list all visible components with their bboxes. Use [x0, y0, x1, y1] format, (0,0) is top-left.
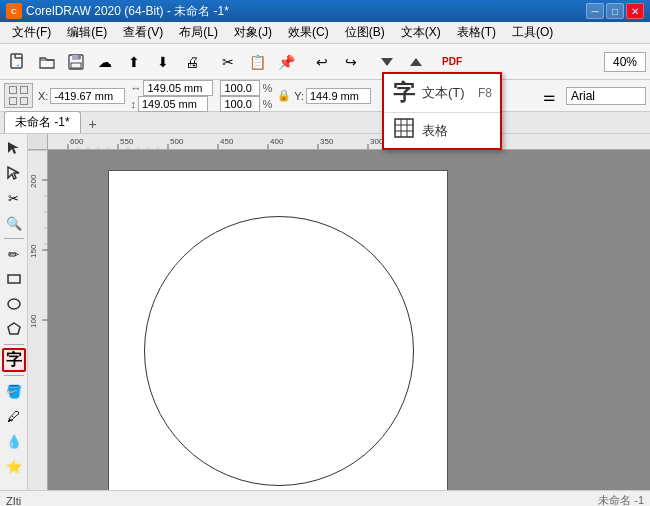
app-title: CorelDRAW 2020 (64-Bit) - 未命名 -1* [26, 3, 586, 20]
svg-text:350: 350 [320, 137, 334, 146]
save-button[interactable] [62, 48, 90, 76]
menu-bar: 文件(F) 编辑(E) 查看(V) 布局(L) 对象(J) 效果(C) 位图(B… [0, 22, 650, 44]
w-field: ↔ [130, 80, 213, 96]
width-pct-input[interactable] [220, 80, 260, 96]
horizontal-ruler: 600 550 500 450 400 350 300 250 [48, 134, 650, 150]
menu-tools[interactable]: 工具(O) [504, 22, 561, 43]
polygon-tool[interactable] [2, 317, 26, 341]
svg-text:500: 500 [170, 137, 184, 146]
maximize-button[interactable]: □ [606, 3, 624, 19]
lock-icon[interactable]: 🔒 [277, 89, 291, 103]
svg-text:100: 100 [29, 314, 38, 328]
height-input[interactable] [138, 96, 208, 112]
svg-marker-11 [8, 167, 19, 179]
svg-marker-10 [8, 142, 19, 154]
cloud-button[interactable]: ☁ [91, 48, 119, 76]
y-coordinate-field: Y: [294, 88, 371, 104]
ellipse-tool[interactable] [2, 292, 26, 316]
svg-rect-12 [8, 275, 20, 283]
svg-text:400: 400 [270, 137, 284, 146]
status-bar: ZIti 未命名 -1 [0, 490, 650, 506]
svg-text:550: 550 [120, 137, 134, 146]
dropdown-table-item[interactable]: 表格 [384, 113, 500, 148]
menu-table[interactable]: 表格(T) [449, 22, 504, 43]
x-label: X: [38, 90, 48, 102]
menu-layout[interactable]: 布局(L) [171, 22, 226, 43]
y-label: Y: [294, 90, 304, 102]
new-button[interactable]: + [4, 48, 32, 76]
toolbox: ✂ 🔍 ✏ 字 🪣 🖊 💧 ⭐ [0, 134, 28, 490]
print-button[interactable]: 🖨 [178, 48, 206, 76]
ruler-corner [28, 134, 48, 150]
content-wrapper: ✂ 🔍 ✏ 字 🪣 🖊 💧 ⭐ [0, 134, 650, 490]
add-tab-button[interactable]: + [84, 115, 102, 133]
fill-tool[interactable]: 🪣 [2, 379, 26, 403]
status-text: ZIti [6, 495, 21, 507]
svg-marker-8 [381, 58, 393, 66]
crop-tool[interactable]: ✂ [2, 186, 26, 210]
menu-effects[interactable]: 效果(C) [280, 22, 337, 43]
select-tool[interactable] [2, 136, 26, 160]
menu-text[interactable]: 文本(X) [393, 22, 449, 43]
height-pct-input[interactable] [220, 96, 260, 112]
table-item-icon [392, 117, 416, 144]
zoom-tool[interactable]: 🔍 [2, 211, 26, 235]
width-input[interactable] [143, 80, 213, 96]
table-item-label: 表格 [422, 122, 448, 140]
effect-tool[interactable]: ⭐ [2, 454, 26, 478]
copy-button[interactable]: 📋 [243, 48, 271, 76]
svg-rect-52 [395, 119, 413, 137]
text-item-key: F8 [478, 86, 492, 100]
freehand-tool[interactable]: ✏ [2, 242, 26, 266]
text-tool-dropdown: 字 文本(T) F8 表格 [382, 72, 502, 150]
svg-rect-6 [78, 55, 81, 59]
document-tab[interactable]: 未命名 -1* [4, 111, 81, 133]
svg-rect-7 [71, 63, 81, 68]
cut-button[interactable]: ✂ [214, 48, 242, 76]
rectangle-tool[interactable] [2, 267, 26, 291]
text-item-icon: 字 [392, 78, 416, 108]
main-toolbar: + ☁ ⬆ ⬇ 🖨 ✂ 📋 📌 ↩ ↪ PDF 40% [0, 44, 650, 80]
title-bar: C CorelDRAW 2020 (64-Bit) - 未命名 -1* ─ □ … [0, 0, 650, 22]
open-button[interactable] [33, 48, 61, 76]
svg-text:+: + [16, 62, 20, 68]
redo-button[interactable]: ↪ [337, 48, 365, 76]
window-controls[interactable]: ─ □ ✕ [586, 3, 644, 19]
text-item-label: 文本(T) [422, 84, 465, 102]
menu-view[interactable]: 查看(V) [115, 22, 171, 43]
svg-point-13 [8, 299, 20, 309]
download-button[interactable]: ⬇ [149, 48, 177, 76]
svg-text:450: 450 [220, 137, 234, 146]
minimize-button[interactable]: ─ [586, 3, 604, 19]
dropdown-text-item[interactable]: 字 文本(T) F8 [384, 74, 500, 112]
canvas-page [108, 170, 448, 490]
menu-object[interactable]: 对象(J) [226, 22, 280, 43]
svg-text:600: 600 [70, 137, 84, 146]
pen-tool[interactable]: 🖊 [2, 404, 26, 428]
property-bar: X: ↔ ↕ % % 🔒 Y: ⚌ [0, 80, 650, 112]
x-input[interactable] [50, 88, 125, 104]
text-tool[interactable]: 字 [2, 348, 26, 372]
app-icon: C [6, 3, 22, 19]
svg-marker-14 [8, 323, 20, 334]
eyedropper-tool[interactable]: 💧 [2, 429, 26, 453]
close-button[interactable]: ✕ [626, 3, 644, 19]
upload-button[interactable]: ⬆ [120, 48, 148, 76]
font-selector[interactable] [566, 87, 646, 105]
x-coordinate-field: X: [38, 88, 125, 104]
menu-file[interactable]: 文件(F) [4, 22, 59, 43]
tab-bar: 未命名 -1* + [0, 112, 650, 134]
svg-text:200: 200 [29, 174, 38, 188]
undo-button[interactable]: ↩ [308, 48, 336, 76]
svg-marker-9 [410, 58, 422, 66]
menu-bitmap[interactable]: 位图(B) [337, 22, 393, 43]
y-input[interactable] [306, 88, 371, 104]
shape-tool[interactable] [2, 161, 26, 185]
canvas-area[interactable] [48, 150, 650, 490]
menu-edit[interactable]: 编辑(E) [59, 22, 115, 43]
zoom-level[interactable]: 40% [604, 52, 646, 72]
circle-object[interactable] [144, 216, 414, 486]
h-field: ↕ [130, 96, 213, 112]
align-button[interactable]: ⚌ [535, 82, 563, 110]
paste-button[interactable]: 📌 [272, 48, 300, 76]
